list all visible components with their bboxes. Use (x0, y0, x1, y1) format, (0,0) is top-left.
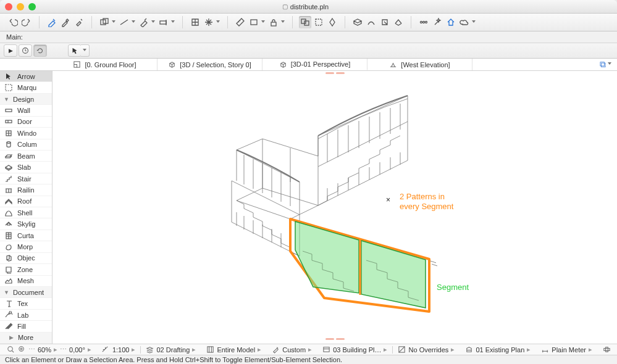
cursor-dropdown[interactable] (81, 44, 90, 57)
tool-curtain-wall[interactable]: Curta (0, 230, 52, 241)
svg-point-10 (426, 22, 427, 23)
zoom-controls[interactable]: ⋯ 60% ▸ ⋯ 0,00° ▸ (4, 345, 94, 354)
tool-object[interactable]: Objec (0, 253, 52, 264)
ruler-button[interactable] (234, 16, 246, 28)
layer-combo-value: 02 Drafting (157, 346, 190, 354)
svg-rect-25 (324, 347, 329, 352)
tool-window[interactable]: Windo (0, 128, 52, 139)
renovation-selector[interactable]: 01 Existing Plan ▸ (462, 345, 533, 354)
distribute-button[interactable] (418, 16, 430, 28)
tab-label: [3D / Selection, Story 0] (180, 61, 251, 68)
snap-dropdown[interactable] (203, 16, 221, 28)
structural-selector[interactable] (600, 345, 613, 354)
tool-zone[interactable]: Zone (0, 264, 52, 275)
tool-skylight[interactable]: Skylig (0, 218, 52, 230)
tool-slab[interactable]: Slab (0, 162, 52, 173)
annotation-close-mark[interactable]: × (386, 196, 390, 204)
inject-parameters-button[interactable] (73, 16, 85, 28)
tool-wall[interactable]: Wall (0, 105, 52, 116)
floorplan-icon (73, 60, 81, 68)
cloud-dropdown[interactable] (458, 16, 477, 28)
switch-plane-button[interactable] (392, 16, 405, 28)
scale-selector[interactable]: 1:100 ▸ (99, 345, 138, 354)
tool-beam[interactable]: Beam (0, 151, 52, 162)
redo-button[interactable] (20, 16, 33, 28)
panel-handle-bottom[interactable] (324, 338, 346, 342)
lock-dropdown[interactable] (267, 16, 286, 28)
fill-dropdown[interactable] (138, 16, 156, 28)
cutaway-button[interactable] (365, 16, 377, 28)
railing-icon (4, 185, 14, 195)
tool-label[interactable]: A1Lab (0, 310, 52, 321)
override-value: No Overrides (409, 346, 449, 354)
tool-text[interactable]: Tex (0, 298, 52, 309)
show-selection-button[interactable] (313, 16, 325, 28)
tool-column[interactable]: Colum (0, 139, 52, 151)
wall-end-dropdown[interactable] (157, 16, 176, 28)
trace-dropdown[interactable] (98, 16, 117, 28)
cursor-button[interactable] (68, 44, 82, 57)
override-selector[interactable]: No Overrides ▸ (395, 345, 458, 354)
toolbox-design-header[interactable]: ▼ Design (0, 94, 52, 105)
tool-arrow[interactable]: Arrow (0, 71, 52, 82)
minimize-window-button[interactable] (17, 3, 24, 10)
rectangle-dropdown[interactable] (248, 16, 266, 28)
dimension-selector[interactable]: Plain Meter ▸ (538, 345, 595, 354)
grid-snap-button[interactable] (189, 16, 201, 28)
mvo-selector[interactable]: 03 Building Pl… ▸ (319, 345, 390, 354)
nav-back-button[interactable]: ▶ (4, 44, 17, 57)
layer-combo-selector[interactable]: 02 Drafting ▸ (143, 345, 199, 354)
tab-3d-perspective[interactable]: [3D-01 Perspective] (262, 59, 367, 70)
tab-ground-floor[interactable]: [0. Ground Floor] (52, 59, 157, 70)
close-window-button[interactable] (5, 3, 12, 10)
edit-plane-button[interactable] (351, 16, 364, 28)
suspend-groups-button[interactable] (299, 16, 311, 28)
toolbox-section-label: Design (13, 96, 34, 103)
window-title-text: distribute.pln (290, 3, 329, 10)
tab-3d-selection[interactable]: [3D / Selection, Story 0] (157, 59, 262, 70)
tool-mesh[interactable]: Mesh (0, 276, 52, 287)
align-button[interactable] (326, 16, 338, 28)
tool-roof[interactable]: Roof (0, 196, 52, 207)
eyedropper-button[interactable] (59, 16, 72, 28)
nav-refresh-button[interactable] (33, 44, 47, 57)
tool-label: Door (17, 118, 32, 125)
model-filter-selector[interactable]: Entire Model ▸ (203, 345, 264, 354)
line-dropdown[interactable] (118, 16, 136, 28)
tab-overflow[interactable]: ⧉ (586, 59, 617, 70)
reset-plane-button[interactable] (379, 16, 391, 28)
marquee-icon (4, 83, 14, 93)
tool-shell[interactable]: Shell (0, 207, 52, 218)
perspective-icon (279, 60, 287, 68)
panel-handle-top[interactable] (324, 72, 346, 77)
toolbox-more[interactable]: ▶ More (0, 333, 52, 344)
quick-options-bar: ⋯ 60% ▸ ⋯ 0,00° ▸ 1:100 ▸ 02 Drafting ▸ … (0, 344, 617, 355)
penset-selector[interactable]: Custom ▸ (269, 345, 314, 354)
tool-fill[interactable]: Fill (0, 321, 52, 332)
tool-label: Marqu (17, 84, 36, 91)
nav-history-button[interactable] (19, 44, 32, 57)
pick-parameters-button[interactable] (46, 16, 58, 28)
pen-icon (271, 345, 280, 354)
undo-button[interactable] (7, 16, 19, 28)
zoom-window-button[interactable] (28, 3, 36, 10)
override-icon (398, 345, 406, 354)
svg-point-23 (20, 348, 22, 350)
viewport-3d[interactable]: × 2 Patterns in every Segment Segment (52, 71, 617, 344)
tool-morph[interactable]: Morp (0, 241, 52, 252)
beam-icon (4, 151, 14, 161)
tab-west-elevation[interactable]: [West Elevation] (367, 59, 472, 70)
penset-value: Custom (282, 346, 306, 354)
tool-door[interactable]: Door (0, 117, 52, 128)
home-button[interactable] (445, 16, 457, 28)
zoom-value: 60% (38, 346, 51, 354)
magic-wand-button[interactable] (431, 16, 443, 28)
mvo-value: 03 Building Pl… (333, 346, 381, 354)
tool-label: Beam (17, 152, 35, 160)
tool-railing[interactable]: Railin (0, 184, 52, 196)
tool-marquee[interactable]: Marqu (0, 82, 52, 93)
toolbox-document-header[interactable]: ▼ Document (0, 287, 52, 298)
tool-stair[interactable]: Stair (0, 173, 52, 184)
window-controls (5, 3, 36, 10)
zoom-icon (6, 345, 15, 354)
